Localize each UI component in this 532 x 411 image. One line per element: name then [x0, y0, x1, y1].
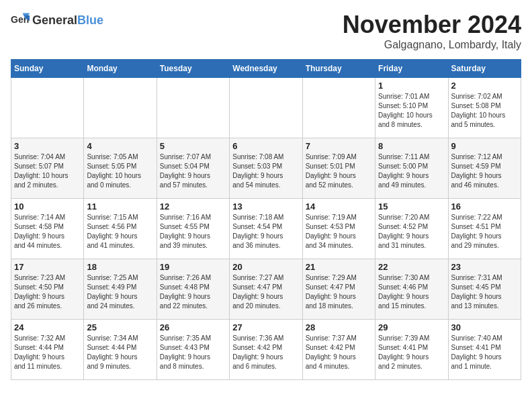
- day-info: Sunrise: 7:22 AM Sunset: 4:51 PM Dayligh…: [451, 213, 518, 250]
- calendar-cell: 12Sunrise: 7:16 AM Sunset: 4:55 PM Dayli…: [157, 199, 229, 259]
- day-number: 30: [451, 322, 518, 332]
- day-info: Sunrise: 7:20 AM Sunset: 4:52 PM Dayligh…: [378, 213, 445, 250]
- day-info: Sunrise: 7:25 AM Sunset: 4:49 PM Dayligh…: [87, 273, 153, 311]
- calendar-cell: 15Sunrise: 7:20 AM Sunset: 4:52 PM Dayli…: [375, 199, 448, 259]
- day-info: Sunrise: 7:18 AM Sunset: 4:54 PM Dayligh…: [232, 213, 299, 250]
- day-number: 17: [14, 262, 81, 272]
- day-info: Sunrise: 7:23 AM Sunset: 4:50 PM Dayligh…: [14, 273, 81, 311]
- day-number: 29: [378, 322, 445, 332]
- day-header-monday: Monday: [84, 60, 157, 78]
- calendar-cell: 3Sunrise: 7:04 AM Sunset: 5:07 PM Daylig…: [11, 138, 84, 199]
- day-info: Sunrise: 7:11 AM Sunset: 5:00 PM Dayligh…: [378, 152, 445, 190]
- day-info: Sunrise: 7:14 AM Sunset: 4:58 PM Dayligh…: [14, 213, 81, 250]
- calendar-cell: 8Sunrise: 7:11 AM Sunset: 5:00 PM Daylig…: [375, 138, 448, 199]
- day-info: Sunrise: 7:05 AM Sunset: 5:05 PM Dayligh…: [87, 152, 153, 190]
- day-info: Sunrise: 7:12 AM Sunset: 4:59 PM Dayligh…: [451, 152, 518, 190]
- day-info: Sunrise: 7:37 AM Sunset: 4:42 PM Dayligh…: [306, 334, 372, 371]
- calendar-cell: [84, 78, 157, 138]
- month-title: November 2024: [343, 11, 521, 39]
- day-header-tuesday: Tuesday: [157, 60, 229, 78]
- logo: Gen GeneralBlue: [11, 11, 103, 30]
- day-number: 27: [232, 322, 299, 332]
- day-header-sunday: Sunday: [11, 60, 84, 78]
- day-info: Sunrise: 7:36 AM Sunset: 4:42 PM Dayligh…: [232, 334, 299, 371]
- day-number: 23: [451, 262, 518, 272]
- day-header-friday: Friday: [375, 60, 448, 78]
- calendar-cell: 5Sunrise: 7:07 AM Sunset: 5:04 PM Daylig…: [157, 138, 229, 199]
- day-info: Sunrise: 7:29 AM Sunset: 4:47 PM Dayligh…: [306, 273, 372, 311]
- calendar-cell: 26Sunrise: 7:35 AM Sunset: 4:43 PM Dayli…: [157, 320, 229, 380]
- calendar-cell: [302, 78, 375, 138]
- day-number: 21: [306, 262, 372, 272]
- calendar-cell: 23Sunrise: 7:31 AM Sunset: 4:45 PM Dayli…: [448, 259, 521, 320]
- day-number: 14: [306, 201, 372, 212]
- logo-general-text: GeneralBlue: [32, 13, 103, 28]
- day-number: 18: [87, 262, 153, 272]
- day-number: 24: [14, 322, 81, 332]
- calendar-cell: 9Sunrise: 7:12 AM Sunset: 4:59 PM Daylig…: [448, 138, 521, 199]
- calendar-cell: 29Sunrise: 7:39 AM Sunset: 4:41 PM Dayli…: [375, 320, 448, 380]
- day-info: Sunrise: 7:27 AM Sunset: 4:47 PM Dayligh…: [232, 273, 299, 311]
- calendar-cell: 1Sunrise: 7:01 AM Sunset: 5:10 PM Daylig…: [375, 78, 448, 138]
- calendar-header-row: SundayMondayTuesdayWednesdayThursdayFrid…: [11, 60, 521, 78]
- calendar-cell: [157, 78, 229, 138]
- day-number: 7: [306, 141, 372, 151]
- calendar-week-row: 1Sunrise: 7:01 AM Sunset: 5:10 PM Daylig…: [11, 78, 521, 138]
- calendar-cell: 18Sunrise: 7:25 AM Sunset: 4:49 PM Dayli…: [84, 259, 157, 320]
- day-info: Sunrise: 7:31 AM Sunset: 4:45 PM Dayligh…: [451, 273, 518, 311]
- day-info: Sunrise: 7:04 AM Sunset: 5:07 PM Dayligh…: [14, 152, 81, 190]
- calendar-cell: [11, 78, 84, 138]
- day-number: 19: [160, 262, 226, 272]
- day-info: Sunrise: 7:39 AM Sunset: 4:41 PM Dayligh…: [378, 334, 445, 371]
- calendar-cell: 10Sunrise: 7:14 AM Sunset: 4:58 PM Dayli…: [11, 199, 84, 259]
- day-info: Sunrise: 7:08 AM Sunset: 5:03 PM Dayligh…: [232, 152, 299, 190]
- calendar-cell: 22Sunrise: 7:30 AM Sunset: 4:46 PM Dayli…: [375, 259, 448, 320]
- day-number: 1: [378, 81, 445, 91]
- day-info: Sunrise: 7:32 AM Sunset: 4:44 PM Dayligh…: [14, 334, 81, 371]
- calendar-week-row: 24Sunrise: 7:32 AM Sunset: 4:44 PM Dayli…: [11, 320, 521, 380]
- logo-icon: Gen: [11, 11, 30, 30]
- day-number: 16: [451, 201, 518, 212]
- calendar-cell: 16Sunrise: 7:22 AM Sunset: 4:51 PM Dayli…: [448, 199, 521, 259]
- day-number: 25: [87, 322, 153, 332]
- day-info: Sunrise: 7:26 AM Sunset: 4:48 PM Dayligh…: [160, 273, 226, 311]
- day-info: Sunrise: 7:34 AM Sunset: 4:44 PM Dayligh…: [87, 334, 153, 371]
- header: Gen GeneralBlue November 2024 Galgagnano…: [11, 11, 521, 51]
- calendar-cell: 17Sunrise: 7:23 AM Sunset: 4:50 PM Dayli…: [11, 259, 84, 320]
- calendar-cell: 24Sunrise: 7:32 AM Sunset: 4:44 PM Dayli…: [11, 320, 84, 380]
- day-number: 5: [160, 141, 226, 151]
- day-number: 12: [160, 201, 226, 212]
- day-header-saturday: Saturday: [448, 60, 521, 78]
- day-info: Sunrise: 7:07 AM Sunset: 5:04 PM Dayligh…: [160, 152, 226, 190]
- day-info: Sunrise: 7:16 AM Sunset: 4:55 PM Dayligh…: [160, 213, 226, 250]
- calendar-cell: 21Sunrise: 7:29 AM Sunset: 4:47 PM Dayli…: [302, 259, 375, 320]
- calendar-table: SundayMondayTuesdayWednesdayThursdayFrid…: [11, 59, 521, 380]
- calendar-cell: 2Sunrise: 7:02 AM Sunset: 5:08 PM Daylig…: [448, 78, 521, 138]
- day-header-thursday: Thursday: [302, 60, 375, 78]
- calendar-week-row: 3Sunrise: 7:04 AM Sunset: 5:07 PM Daylig…: [11, 138, 521, 199]
- calendar-cell: 6Sunrise: 7:08 AM Sunset: 5:03 PM Daylig…: [230, 138, 302, 199]
- day-number: 4: [87, 141, 153, 151]
- location-title: Galgagnano, Lombardy, Italy: [343, 39, 521, 51]
- day-info: Sunrise: 7:15 AM Sunset: 4:56 PM Dayligh…: [87, 213, 153, 250]
- title-area: November 2024 Galgagnano, Lombardy, Ital…: [343, 11, 521, 51]
- calendar-cell: 7Sunrise: 7:09 AM Sunset: 5:01 PM Daylig…: [302, 138, 375, 199]
- day-number: 22: [378, 262, 445, 272]
- calendar-cell: 20Sunrise: 7:27 AM Sunset: 4:47 PM Dayli…: [230, 259, 302, 320]
- calendar-cell: 19Sunrise: 7:26 AM Sunset: 4:48 PM Dayli…: [157, 259, 229, 320]
- day-info: Sunrise: 7:40 AM Sunset: 4:41 PM Dayligh…: [451, 334, 518, 371]
- day-number: 26: [160, 322, 226, 332]
- day-header-wednesday: Wednesday: [230, 60, 302, 78]
- calendar-cell: 30Sunrise: 7:40 AM Sunset: 4:41 PM Dayli…: [448, 320, 521, 380]
- calendar-cell: [230, 78, 302, 138]
- day-number: 10: [14, 201, 81, 212]
- day-number: 6: [232, 141, 299, 151]
- day-number: 28: [306, 322, 372, 332]
- day-info: Sunrise: 7:02 AM Sunset: 5:08 PM Dayligh…: [451, 92, 518, 130]
- calendar-week-row: 10Sunrise: 7:14 AM Sunset: 4:58 PM Dayli…: [11, 199, 521, 259]
- calendar-week-row: 17Sunrise: 7:23 AM Sunset: 4:50 PM Dayli…: [11, 259, 521, 320]
- day-number: 2: [451, 81, 518, 91]
- calendar-cell: 28Sunrise: 7:37 AM Sunset: 4:42 PM Dayli…: [302, 320, 375, 380]
- day-info: Sunrise: 7:30 AM Sunset: 4:46 PM Dayligh…: [378, 273, 445, 311]
- calendar-cell: 27Sunrise: 7:36 AM Sunset: 4:42 PM Dayli…: [230, 320, 302, 380]
